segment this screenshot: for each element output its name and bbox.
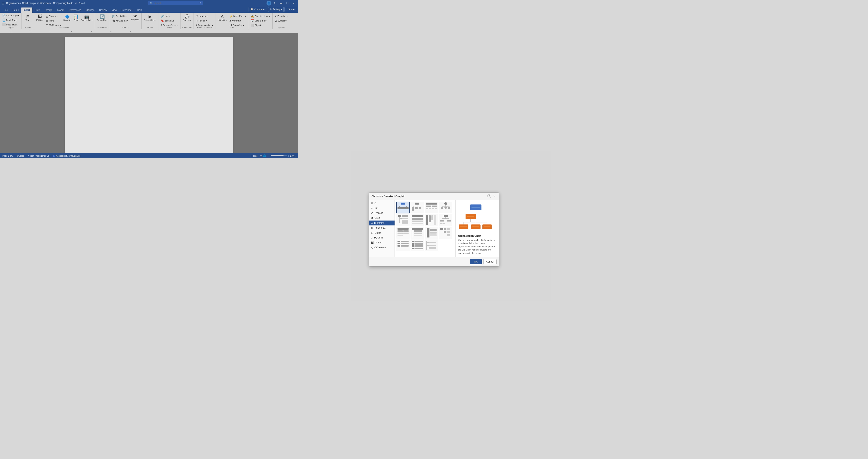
- modal-overlay: Choose a SmartArt Graphic ? ✕ ⊞ All ≡ Li…: [0, 0, 298, 158]
